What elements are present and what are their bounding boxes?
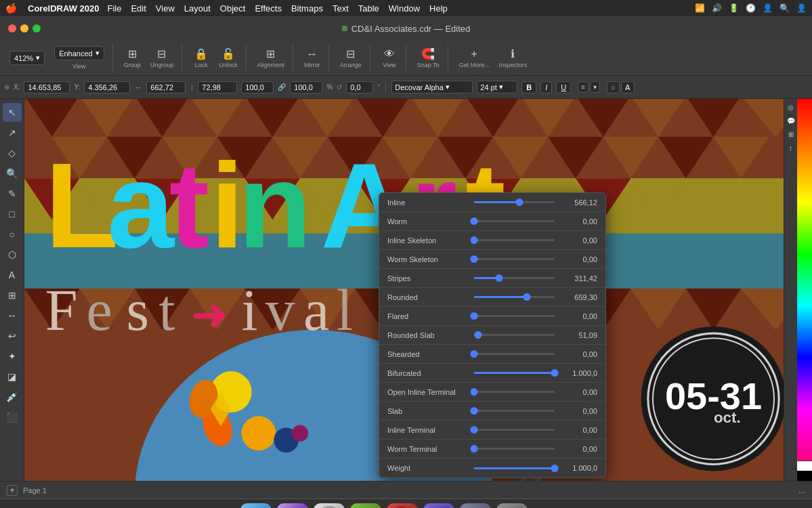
- fv-slider-track-6[interactable]: [474, 315, 555, 317]
- text-char-button[interactable]: A: [621, 81, 635, 93]
- text-frame-button[interactable]: ○: [607, 81, 620, 93]
- fv-slider-thumb-2[interactable]: [471, 236, 478, 244]
- fv-slider-thumb-8[interactable]: [471, 350, 478, 358]
- fv-slider-thumb-1[interactable]: [471, 217, 478, 225]
- fv-slider-thumb-14[interactable]: [551, 465, 559, 472]
- safari-dock-item[interactable]: [314, 503, 345, 509]
- polygon-tool[interactable]: ⬡: [3, 245, 22, 264]
- fv-slider-track-0[interactable]: [474, 201, 555, 203]
- height-input[interactable]: [198, 81, 237, 93]
- menu-edit[interactable]: Edit: [131, 3, 146, 14]
- menu-view[interactable]: View: [156, 3, 175, 14]
- interactive-fill-tool[interactable]: ⬛: [3, 408, 22, 427]
- fv-slider-thumb-0[interactable]: [516, 198, 523, 206]
- zoom-tool[interactable]: 🔍: [3, 164, 22, 183]
- fv-slider-thumb-11[interactable]: [471, 407, 478, 415]
- siri-dock-item[interactable]: ◎: [277, 503, 308, 509]
- scale-h-input[interactable]: [290, 81, 322, 93]
- fv-slider-track-8[interactable]: [474, 353, 555, 355]
- view-mode-dropdown[interactable]: Enhanced ▾: [54, 46, 104, 60]
- rainbow-strip[interactable]: [797, 99, 812, 461]
- fill-tool[interactable]: ◪: [3, 367, 22, 386]
- fv-slider-track-13[interactable]: [474, 448, 555, 450]
- menu-file[interactable]: File: [107, 3, 121, 14]
- scale-w-input[interactable]: [241, 81, 274, 93]
- view-button[interactable]: 👁 View: [377, 45, 402, 71]
- fv-slider-track-1[interactable]: [474, 220, 555, 222]
- fv-slider-thumb-9[interactable]: [551, 369, 559, 377]
- angle-input[interactable]: [346, 81, 373, 93]
- trash-dock-item[interactable]: 🗑️: [541, 503, 572, 509]
- finder-dock-item[interactable]: [240, 503, 272, 509]
- fv-slider-thumb-7[interactable]: [475, 331, 482, 339]
- fv-slider-track-7[interactable]: [474, 334, 555, 336]
- fv-slider-track-3[interactable]: [474, 258, 555, 260]
- italic-button[interactable]: I: [540, 81, 552, 93]
- bold-button[interactable]: B: [521, 81, 536, 93]
- right-tool-1[interactable]: ◎: [786, 102, 796, 112]
- pick-tool[interactable]: ↗: [3, 123, 22, 142]
- right-tool-3[interactable]: ⊞: [786, 129, 796, 140]
- view-modes-btn[interactable]: Enhanced ▾ View: [50, 43, 108, 72]
- menu-layout[interactable]: Layout: [184, 3, 211, 14]
- fv-slider-thumb-13[interactable]: [471, 445, 478, 452]
- fv-slider-track-11[interactable]: [474, 410, 555, 412]
- fv-slider-track-4[interactable]: [474, 277, 555, 279]
- table-tool[interactable]: ⊞: [3, 286, 22, 305]
- fv-slider-track-2[interactable]: [474, 239, 555, 241]
- menu-window[interactable]: Window: [389, 3, 420, 14]
- apple-menu[interactable]: 🍎: [5, 3, 17, 14]
- underline-button[interactable]: U: [556, 81, 571, 93]
- node-tool[interactable]: ◇: [3, 144, 22, 163]
- fv-slider-track-10[interactable]: [474, 391, 555, 393]
- fv-slider-track-12[interactable]: [474, 429, 555, 431]
- fv-slider-thumb-4[interactable]: [496, 274, 503, 282]
- rect-tool[interactable]: □: [3, 205, 22, 224]
- fv-slider-thumb-6[interactable]: [471, 312, 478, 320]
- black-swatch[interactable]: [797, 471, 812, 481]
- add-page-button[interactable]: +: [7, 485, 18, 496]
- fv-slider-thumb-10[interactable]: [471, 388, 478, 396]
- fv-slider-thumb-5[interactable]: [523, 293, 531, 301]
- font-size-dropdown[interactable]: 24 pt ▾: [477, 81, 517, 93]
- minimize-button[interactable]: [20, 24, 28, 33]
- fv-slider-track-9[interactable]: [474, 372, 555, 374]
- fv-slider-track-14[interactable]: [474, 467, 555, 469]
- font-name-dropdown[interactable]: Decovar Alpha ▾: [391, 81, 473, 93]
- sketchup-dock-item[interactable]: ✏️: [350, 503, 381, 509]
- width-input[interactable]: [146, 81, 186, 93]
- y-input[interactable]: [84, 81, 130, 93]
- zoom-dropdown[interactable]: 412% ▾: [9, 51, 45, 65]
- fv-slider-thumb-12[interactable]: [471, 426, 478, 433]
- lock-button[interactable]: 🔒 Lock: [189, 45, 213, 71]
- eyedropper-tool[interactable]: 💉: [3, 387, 22, 406]
- rdm-dock-item[interactable]: [387, 503, 418, 509]
- fv-slider-thumb-3[interactable]: [471, 255, 478, 263]
- fontbase-dock-item[interactable]: f: [423, 503, 454, 509]
- canvas-area[interactable]: L a t i n A r t F e s t ➜: [24, 99, 812, 481]
- system-prefs-dock-item[interactable]: ⚙️: [496, 503, 528, 509]
- menu-bitmaps[interactable]: Bitmaps: [291, 3, 323, 14]
- align-left-button[interactable]: ≡: [578, 81, 589, 93]
- page-options-button[interactable]: ...: [798, 486, 805, 495]
- right-tool-4[interactable]: ↕: [786, 142, 796, 153]
- menu-text[interactable]: Text: [333, 3, 349, 14]
- connector-tool[interactable]: ↩: [3, 326, 22, 345]
- alignment-button[interactable]: ⊞ Alignment: [253, 45, 289, 71]
- rocket-dock-item[interactable]: 🚀: [460, 503, 491, 509]
- menu-object[interactable]: Object: [220, 3, 246, 14]
- right-tool-2[interactable]: 💬: [786, 115, 796, 126]
- arrange-button[interactable]: ⊟ Arrange: [336, 45, 366, 71]
- close-button[interactable]: [8, 24, 16, 33]
- dimension-tool[interactable]: ↔: [3, 306, 22, 325]
- effect-tool[interactable]: ✦: [3, 347, 22, 366]
- menu-help[interactable]: Help: [429, 3, 448, 14]
- text-tool[interactable]: A: [3, 266, 22, 284]
- inspectors-button[interactable]: ℹ Inspectors: [495, 45, 532, 71]
- maximize-button[interactable]: [33, 24, 41, 33]
- group-button[interactable]: ⊞ Group: [120, 45, 145, 71]
- unlock-button[interactable]: 🔓 Unlock: [215, 45, 242, 71]
- ellipse-tool[interactable]: ○: [3, 225, 22, 244]
- ungroup-button[interactable]: ⊟ Ungroup: [146, 45, 178, 71]
- select-tool[interactable]: ↖: [3, 103, 22, 122]
